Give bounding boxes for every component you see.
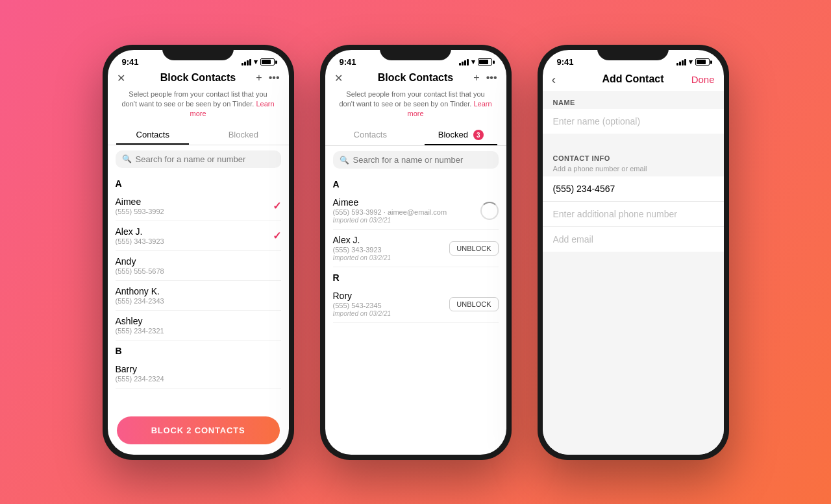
blocked-badge-2: 3 bbox=[473, 130, 484, 140]
phone-value: (555) 234-4567 bbox=[553, 184, 615, 194]
contact-list-2: A Aimee (555) 593-3992 · aimee@email.com… bbox=[325, 174, 506, 454]
contact-list-1: A Aimee (555) 593-3992 ✓ Alex J. (555) 3… bbox=[108, 173, 289, 410]
section-a-label-1: A bbox=[116, 173, 281, 191]
nav-title-3: Add Contact bbox=[602, 73, 664, 85]
signal-icon-2 bbox=[459, 59, 469, 66]
close-icon-2[interactable]: ✕ bbox=[334, 72, 343, 84]
nav-bar-3: ‹ Add Contact Done bbox=[543, 71, 724, 91]
name-input[interactable] bbox=[553, 116, 713, 126]
signal-icon-3 bbox=[676, 59, 686, 66]
more-icon-2[interactable]: ••• bbox=[486, 72, 497, 84]
tabs-1: Contacts Blocked bbox=[108, 125, 289, 145]
wifi-icon-3: ▾ bbox=[689, 58, 693, 66]
block-contacts-button-1[interactable]: BLOCK 2 CONTACTS bbox=[117, 416, 280, 444]
contact-andy-1[interactable]: Andy (555) 555-5678 bbox=[116, 251, 281, 281]
contact-anthonyk-1[interactable]: Anthony K. (555) 234-2343 bbox=[116, 281, 281, 311]
notch-1 bbox=[162, 45, 234, 60]
contact-rory-2[interactable]: Rory (555) 543-2345 Imported on 03/2/21 … bbox=[333, 285, 499, 323]
contact-aimee-1[interactable]: Aimee (555) 593-3992 ✓ bbox=[116, 191, 281, 221]
add-icon-1[interactable]: + bbox=[256, 72, 262, 84]
tab-contacts-2[interactable]: Contacts bbox=[325, 125, 416, 146]
tabs-2: Contacts Blocked 3 bbox=[325, 125, 506, 147]
email-field bbox=[543, 227, 724, 252]
contact-alexj-2[interactable]: Alex J. (555) 343-3923 Imported on 03/2/… bbox=[333, 230, 499, 267]
contact-info-label: CONTACT INFO bbox=[543, 147, 724, 165]
wifi-icon-2: ▾ bbox=[471, 58, 475, 66]
check-aimee-1: ✓ bbox=[273, 200, 281, 212]
wifi-icon-1: ▾ bbox=[254, 58, 258, 66]
contact-aimee-2[interactable]: Aimee (555) 593-3992 · aimee@email.com I… bbox=[333, 192, 499, 230]
name-field bbox=[543, 109, 724, 134]
phone-field: (555) 234-4567 bbox=[543, 176, 724, 202]
signal-icon-1 bbox=[242, 59, 251, 66]
status-time-1: 9:41 bbox=[122, 57, 139, 67]
contact-ashley-1[interactable]: Ashley (555) 234-2321 bbox=[116, 311, 281, 341]
description-1: Select people from your contact list tha… bbox=[108, 88, 289, 125]
nav-title-2: Block Contacts bbox=[378, 72, 453, 84]
search-bar-1: 🔍 bbox=[116, 150, 281, 168]
phone-2: 9:41 ▾ ✕ Block Contacts + bbox=[320, 45, 512, 460]
additional-phone-field bbox=[543, 202, 724, 227]
tab-blocked-1[interactable]: Blocked bbox=[198, 125, 289, 145]
notch-2 bbox=[380, 45, 451, 60]
email-input[interactable] bbox=[553, 234, 713, 245]
unblock-rory-button[interactable]: UNBLOCK bbox=[449, 297, 498, 311]
form-separator-1 bbox=[543, 134, 724, 147]
done-button-3[interactable]: Done bbox=[691, 74, 715, 85]
more-icon-1[interactable]: ••• bbox=[269, 72, 280, 84]
battery-icon-1 bbox=[260, 58, 275, 66]
tab-contacts-1[interactable]: Contacts bbox=[108, 125, 199, 145]
contact-info-card: (555) 234-4567 bbox=[543, 176, 724, 252]
name-section-label: NAME bbox=[543, 91, 724, 109]
tab-blocked-2[interactable]: Blocked 3 bbox=[416, 125, 506, 146]
loading-spinner-aimee bbox=[480, 202, 499, 220]
check-alexj-1: ✓ bbox=[273, 230, 281, 242]
add-contact-form: NAME CONTACT INFO Add a phone number or … bbox=[543, 91, 724, 455]
contact-info-sublabel: Add a phone number or email bbox=[543, 165, 724, 176]
close-icon-1[interactable]: ✕ bbox=[117, 72, 125, 84]
status-icons-3: ▾ bbox=[676, 58, 710, 66]
battery-icon-3 bbox=[695, 58, 710, 66]
description-2: Select people from your contact list tha… bbox=[325, 88, 506, 125]
section-r-label-2: R bbox=[333, 267, 499, 285]
status-icons-1: ▾ bbox=[242, 58, 275, 66]
status-icons-2: ▾ bbox=[459, 58, 492, 66]
additional-phone-input[interactable] bbox=[553, 209, 713, 219]
status-time-2: 9:41 bbox=[340, 57, 356, 67]
section-b-label-1: B bbox=[116, 341, 281, 359]
block-btn-container-1: BLOCK 2 CONTACTS bbox=[108, 410, 289, 455]
nav-title-1: Block Contacts bbox=[160, 72, 236, 84]
search-input-2[interactable] bbox=[353, 155, 492, 165]
bottom-spacer bbox=[543, 252, 724, 278]
search-bar-2: 🔍 bbox=[333, 151, 499, 169]
name-card bbox=[543, 109, 724, 134]
contact-barry-1[interactable]: Barry (555) 234-2324 bbox=[116, 359, 281, 389]
back-icon-3[interactable]: ‹ bbox=[552, 72, 556, 87]
add-icon-2[interactable]: + bbox=[473, 72, 479, 84]
nav-bar-1: ✕ Block Contacts + ••• bbox=[108, 71, 289, 88]
nav-bar-2: ✕ Block Contacts + ••• bbox=[325, 71, 506, 88]
section-a-label-2: A bbox=[333, 174, 499, 192]
unblock-alexj-button[interactable]: UNBLOCK bbox=[449, 241, 498, 256]
phone-3: 9:41 ▾ ‹ Add Contact Done bbox=[538, 45, 729, 460]
phone-1: 9:41 ▾ ✕ Block Contacts + bbox=[103, 45, 294, 460]
contact-alexj-1[interactable]: Alex J. (555) 343-3923 ✓ bbox=[116, 221, 281, 251]
search-input-1[interactable] bbox=[136, 154, 275, 164]
search-icon-2: 🔍 bbox=[340, 156, 349, 165]
search-icon-1: 🔍 bbox=[122, 154, 132, 163]
battery-icon-2 bbox=[478, 58, 492, 66]
notch-3 bbox=[597, 45, 669, 60]
status-time-3: 9:41 bbox=[557, 57, 574, 67]
